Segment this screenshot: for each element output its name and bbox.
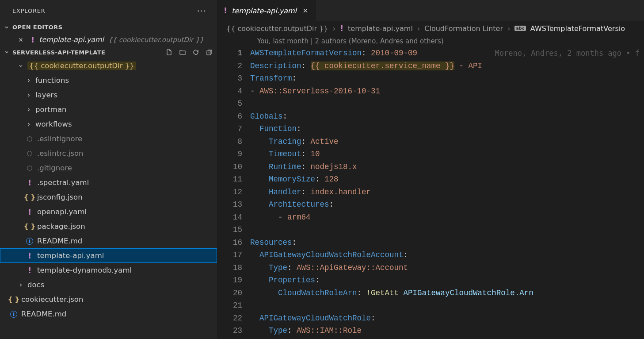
line-number: 22 (217, 312, 250, 325)
code-line[interactable]: 4- AWS::Serverless-2016-10-31 (217, 85, 644, 98)
open-editor-item[interactable]: ! template-api.yaml {{ cookiecutter.outp… (0, 33, 217, 46)
folder-item[interactable]: portman (0, 102, 217, 117)
code-line[interactable]: 11 MemorySize: 128 (217, 173, 644, 186)
file-label: .eslintrc.json (37, 149, 84, 158)
code-line[interactable]: 14 - arm64 (217, 211, 644, 224)
new-file-icon[interactable] (166, 49, 173, 56)
file-item[interactable]: { }package.json (0, 219, 217, 234)
line-number: 18 (217, 262, 250, 274)
folder-item[interactable]: workflows (0, 117, 217, 131)
file-item[interactable]: !template-api.yaml (0, 248, 217, 263)
file-label: jsconfig.json (37, 193, 83, 201)
git-blame-annotation[interactable]: Moreno, Andres, 2 months ago • f (495, 47, 640, 60)
code-line[interactable]: 6Globals: (217, 110, 644, 123)
explorer-sidebar: EXPLORER ··· OPEN EDITORS ! template-api… (0, 0, 217, 339)
open-editors-label: OPEN EDITORS (12, 24, 62, 31)
file-label: .eslintignore (37, 135, 82, 143)
line-number: 7 (217, 123, 250, 135)
code-line[interactable]: 9 Timeout: 10 (217, 148, 644, 161)
file-item[interactable]: !openapi.yaml (0, 204, 217, 219)
refresh-icon[interactable] (192, 49, 199, 56)
line-number: 8 (217, 135, 250, 148)
line-number: 6 (217, 110, 250, 123)
folder-item[interactable]: docs (0, 277, 217, 292)
code-line[interactable]: 3Transform: (217, 72, 644, 85)
chevron-right-icon (26, 107, 32, 112)
file-item[interactable]: { }cookiecutter.json (0, 292, 217, 307)
line-number: 19 (217, 274, 250, 287)
line-number: 13 (217, 198, 250, 211)
file-label: README.md (37, 237, 82, 245)
info-icon: i (26, 237, 34, 245)
config-icon: ⬡ (26, 164, 34, 172)
code-line[interactable]: 8 Tracing: Active (217, 135, 644, 148)
line-number: 14 (217, 211, 250, 224)
code-line[interactable]: 21 (217, 299, 644, 312)
code-line[interactable]: 15 (217, 223, 644, 236)
code-line[interactable]: 17 APIGatewayCloudWatchRoleAccount: (217, 249, 644, 262)
open-editors-section[interactable]: OPEN EDITORS (0, 21, 217, 33)
file-item[interactable]: !.spectral.yaml (0, 175, 217, 190)
close-icon[interactable] (18, 37, 24, 43)
info-icon: i (10, 310, 18, 318)
code-editor[interactable]: 1Moreno, Andres, 2 months ago • fAWSTemp… (217, 47, 644, 337)
code-line[interactable]: 5 (217, 97, 644, 110)
file-label: package.json (37, 222, 85, 231)
config-icon: ⬡ (26, 150, 34, 158)
line-number: 16 (217, 236, 250, 249)
file-item[interactable]: ⬡.eslintignore (0, 131, 217, 146)
line-number: 17 (217, 249, 250, 262)
code-line[interactable]: 7 Function: (217, 123, 644, 135)
line-number: 15 (217, 223, 250, 236)
close-icon[interactable] (301, 6, 310, 15)
new-folder-icon[interactable] (179, 49, 186, 56)
file-label: .spectral.yaml (37, 178, 89, 187)
code-line[interactable]: 1Moreno, Andres, 2 months ago • fAWSTemp… (217, 47, 644, 60)
explorer-header: EXPLORER ··· (0, 0, 217, 21)
code-line[interactable]: 18 Type: AWS::ApiGateway::Account (217, 262, 644, 274)
breadcrumb-segment[interactable]: CloudFormation Linter (424, 24, 503, 33)
line-number: 20 (217, 287, 250, 300)
chevron-down-icon (4, 50, 10, 55)
file-label: template-dynamodb.yaml (37, 266, 132, 274)
yaml-icon: ! (31, 36, 34, 44)
code-line[interactable]: 2Description: {{ cookiecutter.service_na… (217, 60, 644, 73)
file-item[interactable]: iREADME.md (0, 307, 217, 321)
yaml-icon: ! (340, 24, 343, 32)
breadcrumb-segment[interactable]: AWSTemplateFormatVersio (530, 24, 625, 33)
config-icon: ⬡ (26, 135, 34, 143)
open-editor-name: template-api.yaml (39, 35, 104, 44)
code-line[interactable]: 19 Properties: (217, 274, 644, 287)
collapse-all-icon[interactable] (206, 49, 213, 56)
breadcrumbs[interactable]: {{ cookiecutter.outputDir }} › ! templat… (217, 21, 644, 35)
file-item[interactable]: ⬡.gitignore (0, 161, 217, 175)
more-actions-icon[interactable]: ··· (194, 6, 209, 16)
code-line[interactable]: 10 Runtime: nodejs18.x (217, 161, 644, 173)
workspace-section[interactable]: SERVERLESS-API-TEMPLATE (0, 46, 217, 58)
folder-item[interactable]: {{ cookiecutter.outputDir }} (0, 58, 217, 73)
folder-label: portman (35, 105, 66, 114)
editor-tab-active[interactable]: ! template-api.yaml (217, 0, 316, 21)
chevron-right-icon (26, 92, 32, 98)
yaml-icon: ! (26, 252, 34, 260)
git-codelens[interactable]: You, last month | 2 authors (Moreno, And… (217, 35, 644, 47)
folder-item[interactable]: layers (0, 88, 217, 102)
code-line[interactable]: 13 Architectures: (217, 198, 644, 211)
json-icon: { } (10, 296, 18, 304)
chevron-down-icon (18, 63, 24, 69)
code-line[interactable]: 22 APIGatewayCloudWatchRole: (217, 312, 644, 325)
code-line[interactable]: 23 Type: AWS::IAM::Role (217, 324, 644, 337)
chevron-down-icon (4, 25, 10, 30)
tab-bar: ! template-api.yaml (217, 0, 644, 21)
code-line[interactable]: 16Resources: (217, 236, 644, 249)
file-item[interactable]: iREADME.md (0, 234, 217, 248)
open-editor-path: {{ cookiecutter.outputDir }} (108, 36, 204, 44)
code-line[interactable]: 12 Handler: index.handler (217, 186, 644, 199)
file-item[interactable]: { }jsconfig.json (0, 190, 217, 204)
file-item[interactable]: !template-dynamodb.yaml (0, 263, 217, 277)
code-line[interactable]: 20 CloudWatchRoleArn: !GetAtt APIGateway… (217, 287, 644, 300)
breadcrumb-segment[interactable]: {{ cookiecutter.outputDir }} (226, 24, 328, 33)
breadcrumb-segment[interactable]: template-api.yaml (348, 24, 413, 33)
file-item[interactable]: ⬡.eslintrc.json (0, 146, 217, 161)
folder-item[interactable]: functions (0, 73, 217, 88)
